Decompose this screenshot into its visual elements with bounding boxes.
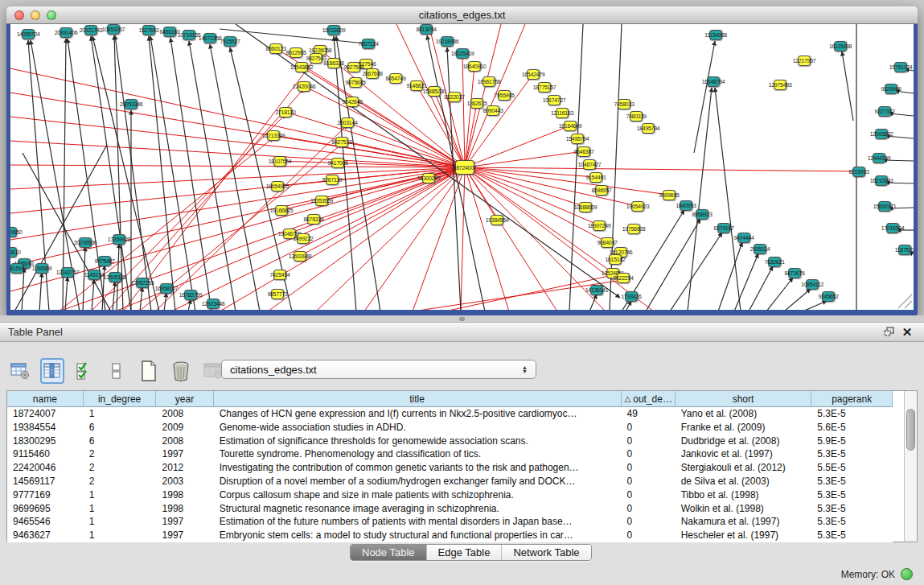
graph-edge[interactable] bbox=[885, 136, 914, 138]
graph-edge[interactable] bbox=[189, 41, 236, 310]
graph-edge[interactable] bbox=[734, 253, 758, 310]
graph-node[interactable]: 2718120 bbox=[279, 107, 292, 117]
graph-edge[interactable] bbox=[210, 44, 260, 310]
graph-node[interactable]: 11154988 bbox=[709, 30, 722, 40]
graph-edge[interactable] bbox=[123, 52, 320, 310]
table-cell[interactable]: 1 bbox=[84, 515, 157, 529]
graph-node[interactable]: 18724007 bbox=[455, 160, 474, 175]
graph-edge[interactable] bbox=[610, 24, 622, 310]
table-cell[interactable]: 22420046 bbox=[7, 461, 84, 475]
graph-node[interactable]: 9146821 bbox=[410, 80, 423, 91]
graph-edge[interactable] bbox=[715, 88, 741, 310]
graph-node[interactable]: 18107554 bbox=[273, 156, 286, 167]
graph-node[interactable]: 16961758 bbox=[483, 76, 495, 87]
table-cell[interactable]: Corpus callosum shape and size in male p… bbox=[214, 488, 622, 502]
graph-node[interactable]: 8990443 bbox=[487, 105, 499, 116]
graph-edge[interactable] bbox=[320, 50, 465, 167]
graph-node[interactable]: 7515527 bbox=[224, 36, 236, 47]
graph-node[interactable]: 2935114 bbox=[754, 244, 766, 254]
graph-edge[interactable] bbox=[766, 278, 793, 310]
table-cell[interactable]: de Silva et al. (2003) bbox=[676, 475, 812, 488]
table-cell[interactable]: 0 bbox=[622, 461, 676, 475]
graph-node[interactable]: 7480339 bbox=[630, 111, 643, 122]
column-header-pagerank[interactable]: pagerank bbox=[811, 391, 893, 407]
table-row[interactable]: 946362711997Embryonic stem cells: a mode… bbox=[7, 529, 893, 542]
graph-node[interactable]: 8186328 bbox=[327, 58, 340, 68]
table-row[interactable]: 911546021997Tourette syndrome. Phenomeno… bbox=[7, 447, 893, 461]
table-row[interactable]: 2242004622012Investigating the contribut… bbox=[7, 461, 893, 475]
table-cell[interactable]: Genome-wide association studies in ADHD. bbox=[214, 421, 622, 435]
graph-edge[interactable] bbox=[188, 299, 191, 310]
graph-node[interactable]: 9827503 bbox=[310, 53, 322, 64]
table-cell[interactable]: 19384554 bbox=[7, 421, 84, 435]
graph-node[interactable]: 16782759 bbox=[184, 290, 197, 300]
table-cell[interactable]: Embryonic stem cells: a model to study s… bbox=[214, 529, 622, 542]
graph-node[interactable]: 20891406 bbox=[60, 27, 72, 38]
table-cell[interactable]: 1998 bbox=[157, 488, 214, 502]
column-header-in_degree[interactable]: in_degree bbox=[84, 391, 157, 407]
table-cell[interactable]: 1 bbox=[84, 502, 157, 516]
graph-node[interactable]: 9975487 bbox=[98, 256, 111, 266]
graph-node[interactable]: 12213349 bbox=[267, 130, 280, 141]
graph-node[interactable]: 16543862 bbox=[295, 62, 308, 72]
panel-divider[interactable] bbox=[0, 315, 924, 322]
graph-node[interactable]: 9684067 bbox=[601, 237, 614, 248]
table-cell[interactable]: 2009 bbox=[157, 421, 214, 435]
table-cell[interactable]: 1 bbox=[84, 529, 157, 542]
graph-node[interactable]: 18495794 bbox=[642, 123, 655, 134]
graph-edge[interactable] bbox=[694, 41, 715, 153]
table-cell[interactable]: 1 bbox=[84, 488, 157, 502]
table-cell[interactable]: 14569117 bbox=[7, 475, 84, 488]
graph-node[interactable]: 19384554 bbox=[491, 215, 503, 225]
close-window-button[interactable] bbox=[14, 10, 24, 20]
select-all-columns-button[interactable] bbox=[72, 358, 97, 384]
table-cell[interactable]: 5.3E-5 bbox=[811, 407, 893, 421]
column-header-name[interactable]: name bbox=[7, 391, 84, 407]
table-cell[interactable]: 0 bbox=[622, 447, 676, 461]
table-cell[interactable]: 1997 bbox=[157, 515, 214, 529]
graph-node[interactable]: 9245652 bbox=[822, 291, 835, 302]
table-cell[interactable]: 2003 bbox=[157, 475, 214, 488]
graph-node[interactable]: 12975493 bbox=[774, 80, 786, 90]
window-titlebar[interactable]: citations_edges.txt bbox=[6, 6, 918, 24]
graph-node[interactable]: 16958107 bbox=[160, 283, 173, 294]
minimize-window-button[interactable] bbox=[31, 10, 40, 20]
table-cell[interactable]: 6 bbox=[84, 435, 157, 448]
graph-node[interactable]: 1840953 bbox=[680, 200, 692, 211]
graph-edge[interactable] bbox=[462, 53, 465, 167]
graph-edge[interactable] bbox=[784, 289, 811, 310]
graph-node[interactable]: 10674727 bbox=[548, 95, 561, 105]
graph-node[interactable]: 19654923 bbox=[631, 201, 644, 212]
table-cell[interactable]: 5.3E-5 bbox=[811, 502, 893, 516]
graph-node[interactable]: 11353559 bbox=[315, 196, 328, 206]
table-row[interactable]: 1830029562008Estimation of significance … bbox=[7, 435, 893, 448]
table-row[interactable]: 1456911722003Disruption of a novel membe… bbox=[7, 475, 893, 488]
graph-edge[interactable] bbox=[461, 167, 465, 310]
table-cell[interactable]: 2 bbox=[84, 475, 157, 488]
table-cell[interactable]: Estimation of significance thresholds fo… bbox=[214, 435, 622, 448]
table-select-dropdown[interactable]: citations_edges.txt ▲▼ bbox=[221, 360, 536, 379]
graph-node[interactable]: 9154491 bbox=[589, 172, 602, 183]
graph-edge[interactable] bbox=[465, 167, 509, 310]
graph-node[interactable]: 8454749 bbox=[389, 73, 402, 84]
graph-node[interactable]: 12923448 bbox=[207, 299, 220, 309]
graph-edge[interactable] bbox=[140, 287, 142, 310]
table-cell[interactable]: Estimation of the future numbers of pati… bbox=[214, 515, 622, 529]
table-cell[interactable]: 0 bbox=[622, 502, 676, 516]
table-cell[interactable]: Hescheler et al. (1997) bbox=[676, 529, 812, 542]
graph-node[interactable]: 18300295 bbox=[422, 173, 435, 183]
graph-node[interactable]: 6466160 bbox=[163, 27, 176, 37]
table-cell[interactable]: Nakamura et al. (1997) bbox=[676, 515, 812, 529]
table-cell[interactable]: 5.9E-5 bbox=[811, 435, 893, 448]
table-cell[interactable]: 5.3E-5 bbox=[811, 475, 893, 488]
graph-node[interactable]: 8813054 bbox=[420, 24, 433, 35]
graph-node[interactable]: 8912955 bbox=[290, 47, 302, 58]
graph-edge[interactable] bbox=[316, 167, 465, 310]
table-cell[interactable]: Dudbridge et al. (2008) bbox=[676, 435, 812, 448]
table-cell[interactable]: 5.3E-5 bbox=[811, 529, 893, 542]
graph-node[interactable]: 19166825 bbox=[275, 205, 288, 216]
column-header-title[interactable]: title bbox=[214, 391, 622, 407]
graph-edge[interactable] bbox=[39, 273, 42, 310]
resize-grip[interactable] bbox=[898, 295, 912, 308]
graph-edge[interactable] bbox=[670, 233, 722, 310]
